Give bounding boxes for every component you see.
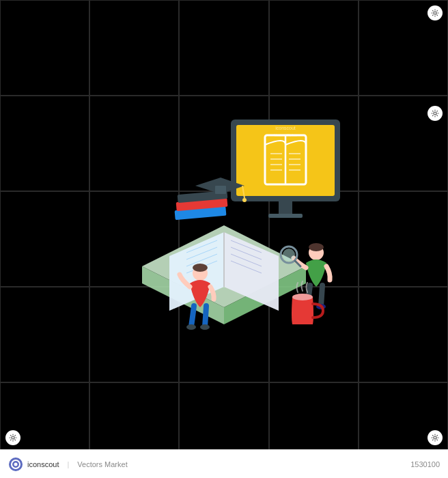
gear-icon-tr [428,5,443,20]
monitor: iconscout Vectors Market [231,120,340,218]
svg-point-0 [434,12,436,14]
svg-rect-38 [215,186,226,194]
grid-cell-3-5 [359,191,448,287]
gear-icon-bl [5,430,20,445]
svg-text:iconscout: iconscout [275,126,296,130]
svg-point-46 [309,243,324,251]
footer-logo: iconscout [8,457,59,472]
svg-point-43 [186,324,196,330]
svg-point-2 [434,436,436,439]
item-id: 1530100 [410,460,440,468]
gear-icon-r2 [428,106,443,121]
svg-point-3 [12,436,14,439]
svg-point-40 [242,198,247,202]
svg-point-44 [200,324,210,330]
svg-text:Vectors Market: Vectors Market [274,133,297,137]
education-illustration: iconscout Vectors Market [81,55,367,396]
illustration-area: iconscout Vectors Market [81,55,367,396]
grid-cell-1-1 [0,0,89,96]
svg-point-52 [292,294,313,300]
svg-point-55 [14,462,18,466]
grid-cell-4-5 [359,287,448,382]
grid-cell-3-1 [0,191,89,287]
svg-rect-21 [268,214,303,218]
svg-point-1 [434,112,436,115]
svg-point-42 [193,264,208,272]
grid-cell-2-1 [0,96,89,191]
svg-point-48 [283,249,295,261]
iconscout-logo-icon [8,457,23,472]
footer-divider: | [67,460,69,468]
footer-bar: iconscout | Vectors Market 1530100 [0,449,448,478]
gear-icon-br [428,430,443,445]
main-container: iconscout Vectors Market [0,0,448,478]
vectors-market-label: Vectors Market [77,460,127,468]
iconscout-text: iconscout [27,460,59,468]
grid-cell-4-1 [0,287,89,382]
svg-rect-20 [279,201,292,215]
